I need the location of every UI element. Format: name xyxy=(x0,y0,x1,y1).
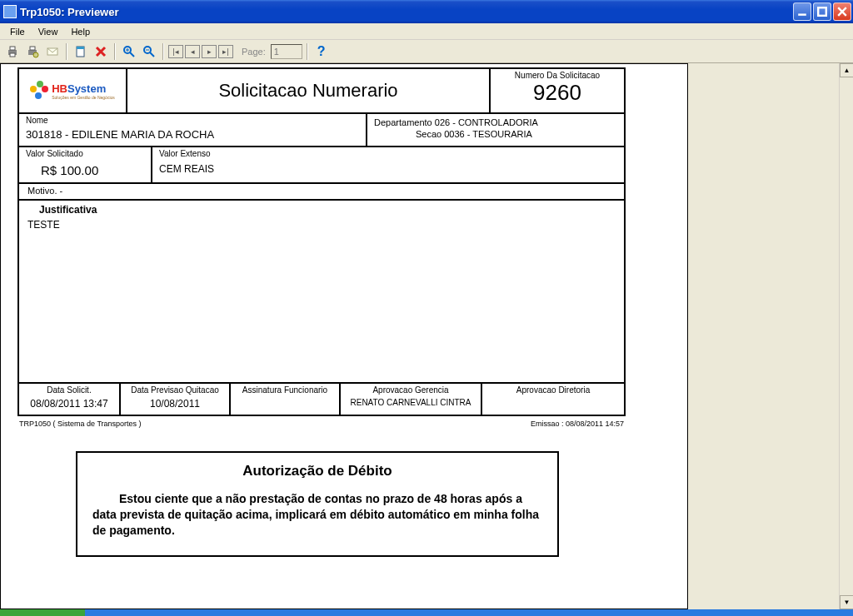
solicitation-number-label: Numero Da Solicitacao xyxy=(496,71,619,80)
assinatura-label: Assinatura Funcionario xyxy=(234,385,336,395)
logo-icon xyxy=(30,81,50,101)
print-setup-button[interactable] xyxy=(23,42,42,61)
delete-button[interactable] xyxy=(92,42,110,61)
auth-title: Autorização de Débito xyxy=(92,463,542,479)
justificativa-value: TESTE xyxy=(27,219,616,231)
help-button[interactable]: ? xyxy=(312,42,331,61)
page-input[interactable] xyxy=(271,44,302,59)
taskbar xyxy=(0,609,853,616)
auth-body: Estou ciente que a não prestação de cont… xyxy=(92,491,542,539)
valor-extenso-label: Valor Extenso xyxy=(159,149,617,158)
close-button[interactable] xyxy=(833,2,851,21)
svg-rect-4 xyxy=(10,53,15,57)
svg-line-12 xyxy=(130,52,134,57)
data-previsao-label: Data Previsao Quitacao xyxy=(124,385,226,395)
minimize-button[interactable] xyxy=(793,2,811,21)
svg-rect-10 xyxy=(77,47,84,49)
prev-page-button[interactable]: ◂ xyxy=(185,45,200,58)
app-icon xyxy=(3,5,17,18)
print-button[interactable] xyxy=(3,42,22,61)
aprovacao-gerencia-label: Aprovacao Gerencia xyxy=(344,385,477,395)
toolbar-separator xyxy=(307,43,308,60)
justificativa-label: Justificativa xyxy=(27,204,616,216)
aprovacao-gerencia-value: RENATO CARNEVALLI CINTRA xyxy=(344,398,477,407)
vertical-scrollbar[interactable]: ▲ ▼ xyxy=(839,63,853,609)
nome-label: Nome xyxy=(26,116,359,125)
logo-text-hb: HB xyxy=(52,82,67,95)
zoom-in-button[interactable] xyxy=(120,42,138,61)
solicitation-number-value: 9260 xyxy=(496,80,619,106)
logo-tagline: Soluções em Gestão de Negócios xyxy=(52,95,115,100)
next-page-button[interactable]: ▸ xyxy=(202,45,217,58)
data-solicit-value: 08/08/2011 13:47 xyxy=(22,398,116,410)
side-gutter: ▲ ▼ xyxy=(688,63,853,609)
svg-rect-3 xyxy=(10,47,15,50)
maximize-button[interactable] xyxy=(813,2,831,21)
window-title: Trp1050: Previewer xyxy=(20,6,793,18)
scroll-down-button[interactable]: ▼ xyxy=(840,595,853,609)
departamento-line: Departamento 026 - CONTROLADORIA xyxy=(374,117,617,127)
logo-cell: HBSystem Soluções em Gestão de Negócios xyxy=(19,69,127,112)
data-solicit-label: Data Solicit. xyxy=(22,385,116,395)
menu-file[interactable]: File xyxy=(3,25,32,38)
toolbar: |◂ ◂ ▸ ▸| Page: ? xyxy=(0,40,853,63)
svg-line-16 xyxy=(150,52,154,57)
data-previsao-value: 10/08/2011 xyxy=(124,398,226,410)
logo-text-system: System xyxy=(67,82,106,95)
toolbar-separator xyxy=(66,43,67,60)
secao-line: Secao 0036 - TESOURARIA xyxy=(374,129,617,139)
scroll-up-button[interactable]: ▲ xyxy=(840,63,853,77)
aprovacao-diretoria-label: Aprovacao Diretoria xyxy=(486,385,621,395)
report-title: Solicitacao Numerario xyxy=(127,69,491,112)
valor-solicitado-value: R$ 100.00 xyxy=(26,163,144,177)
menu-help[interactable]: Help xyxy=(64,25,97,38)
svg-rect-0 xyxy=(798,13,806,15)
toolbar-separator xyxy=(162,43,164,60)
motivo-line: Motivo. - xyxy=(19,182,624,199)
mail-button[interactable] xyxy=(43,42,62,61)
valor-solicitado-label: Valor Solicitado xyxy=(26,149,144,158)
first-page-button[interactable]: |◂ xyxy=(168,45,183,58)
window-titlebar: Trp1050: Previewer xyxy=(0,0,853,23)
content-area: HBSystem Soluções em Gestão de Negócios … xyxy=(0,63,853,609)
nome-value: 301818 - EDILENE MARIA DA ROCHA xyxy=(26,128,359,141)
page-label: Page: xyxy=(242,47,266,57)
new-button[interactable] xyxy=(72,42,90,61)
svg-point-7 xyxy=(33,52,38,57)
system-name: TRP1050 ( Sistema de Transportes ) xyxy=(19,420,142,428)
report-preview: HBSystem Soluções em Gestão de Negócios … xyxy=(0,63,688,609)
svg-rect-6 xyxy=(30,47,35,50)
last-page-button[interactable]: ▸| xyxy=(218,45,233,58)
zoom-out-button[interactable] xyxy=(140,42,158,61)
emissao-line: Emissao : 08/08/2011 14:57 xyxy=(531,420,624,428)
svg-rect-1 xyxy=(818,7,826,16)
toolbar-separator xyxy=(114,43,116,60)
menubar: File View Help xyxy=(0,23,853,40)
menu-view[interactable]: View xyxy=(32,25,65,38)
valor-extenso-value: CEM REAIS xyxy=(159,163,617,175)
